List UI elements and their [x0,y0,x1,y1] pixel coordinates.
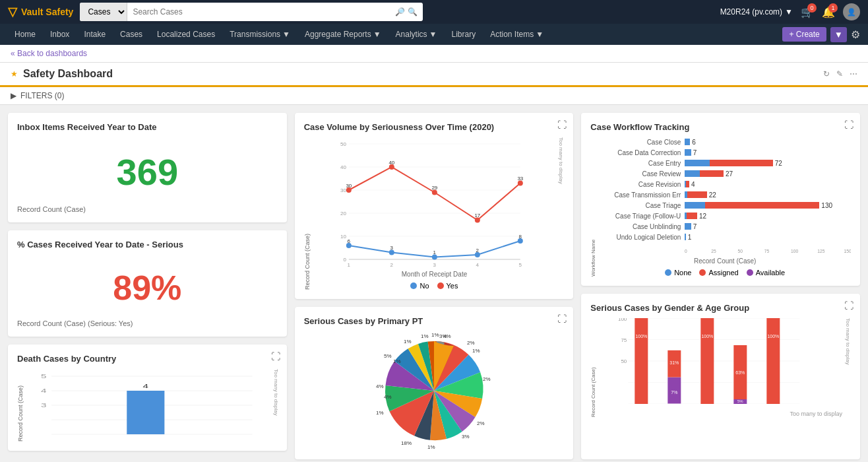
svg-text:1: 1 [347,262,350,268]
bar-label: Case Entry [599,160,685,167]
svg-text:50: 50 [621,358,627,364]
inbox-items-value: 369 [17,137,278,200]
bar-label: Case Unblinding [599,223,685,230]
chevron-down-icon: ▼ [785,7,793,16]
svg-text:1: 1 [433,249,436,255]
cv-x-axis-label: Month of Receipt Date [313,271,556,278]
legend-none: None [665,269,691,277]
bar-value-label: 72 [775,160,782,167]
svg-text:4: 4 [476,262,479,268]
svg-text:6: 6 [347,238,350,244]
bar-segment-none [685,160,709,166]
search-bar: Cases 🔎 🔍 [80,3,423,21]
chevron-down-icon: ▼ [536,30,543,39]
search-category-select[interactable]: Cases [80,3,127,21]
binoculars-icon: 🔎 [395,7,405,16]
svg-text:1%: 1% [376,410,384,416]
workflow-bar-row: Case Close6 [599,137,851,147]
breadcrumb[interactable]: « Back to dashboards [0,45,868,63]
search-icon[interactable]: 🔍 [408,7,418,16]
notifications-button[interactable]: 🔔 1 [822,6,835,18]
menu-inbox[interactable]: Inbox [44,26,76,43]
svg-text:3: 3 [433,262,436,268]
bar-segment-none [685,149,691,156]
menu-cases[interactable]: Cases [113,26,149,43]
legend-no-dot [410,282,417,289]
bar-track: 4 [685,180,851,189]
svg-text:50: 50 [738,249,743,253]
bar-segment-none [685,234,685,240]
svg-text:4: 4 [41,388,47,395]
bar-segment-assigned [686,181,689,187]
wf-legend: None Assigned Available [599,269,851,277]
wf-y-axis-label: Workflow Name [590,137,596,277]
menu-home[interactable]: Home [8,26,42,43]
expand-icon[interactable]: ⛶ [844,300,853,311]
bar-track: 72 [685,158,851,168]
bar-track: 6 [685,137,851,147]
svg-text:17: 17 [474,213,480,218]
create-button[interactable]: + Create [782,27,826,42]
pie-chart-svg: 4% 1% 2% 2% 3% 1% 18% 1% 4% 5% 1% 1% 1% … [361,331,507,450]
bar-segment-assigned [710,160,773,166]
menu-transmissions[interactable]: Transmissions ▼ [223,26,297,43]
expand-icon[interactable]: ⛶ [844,119,853,130]
svg-text:2: 2 [476,248,479,253]
user-menu[interactable]: M20R24 (pv.com) ▼ [720,7,793,16]
expand-icon[interactable]: ⛶ [557,119,567,130]
bar-value-label: 4 [691,181,695,188]
menu-localized-cases[interactable]: Localized Cases [150,26,222,43]
menu-intake[interactable]: Intake [77,26,112,43]
svg-rect-92 [767,318,780,404]
svg-text:2%: 2% [477,420,485,426]
logo-text: Vault Safety [21,7,73,17]
svg-text:2: 2 [390,262,393,268]
avatar[interactable]: 👤 [843,3,860,20]
filters-bar[interactable]: ▶ FILTERS (0) [0,87,868,105]
svg-text:5: 5 [41,374,47,380]
svg-text:0: 0 [685,249,687,253]
menu-library[interactable]: Library [445,26,483,43]
logo[interactable]: ▽ Vault Safety [8,5,73,19]
search-input[interactable] [127,3,390,21]
legend-yes: Yes [437,282,458,290]
bar-track: 7 [685,222,851,231]
user-label: M20R24 (pv.com) [720,7,782,16]
too-many-label: Too many to display [273,369,279,442]
settings-icon[interactable]: ⚙ [851,28,860,41]
inbox-items-label: Record Count (Case) [17,205,278,213]
create-split-button[interactable]: ▼ [830,27,847,42]
cart-badge: 0 [807,3,817,13]
expand-icon[interactable]: ⛶ [271,351,280,362]
case-volume-title: Case Volume by Seriousness Over Time (20… [304,122,565,132]
svg-text:1%: 1% [472,348,480,354]
chevron-down-icon: ▼ [373,30,381,39]
workflow-card: Case Workflow Tracking ⛶ Workflow Name C… [581,113,860,286]
bar-value-label: 12 [699,213,706,220]
pie-chart-container: 4% 1% 2% 2% 3% 1% 18% 1% 4% 5% 1% 1% 1% … [304,331,565,450]
bar-track: 27 [685,169,851,178]
svg-text:3%: 3% [462,434,470,440]
menu-analytics[interactable]: Analytics ▼ [389,26,444,43]
star-icon[interactable]: ★ [11,69,18,79]
menu-action-items[interactable]: Action Items ▼ [483,26,550,43]
menu-aggregate-reports[interactable]: Aggregate Reports ▼ [298,26,388,43]
cart-button[interactable]: 🛒 0 [801,6,814,18]
inbox-items-title: Inbox Items Received Year to Date [17,122,278,132]
legend-yes-dot [437,282,444,289]
page-actions: ↻ ✎ ⋯ [823,69,857,79]
svg-text:1%: 1% [427,444,435,450]
dashboard: Inbox Items Received Year to Date 369 Re… [0,105,868,462]
bar-segment-none [685,139,690,145]
death-chart-svg: 5 4 3 4 [26,369,278,442]
pct-serious-title: % Cases Received Year to Date - Serious [17,240,278,249]
refresh-icon[interactable]: ↻ [823,69,830,79]
more-options-icon[interactable]: ⋯ [850,69,857,79]
cv-legend: No Yes [313,282,556,290]
death-by-country-card: Death Cases by Country ⛶ Record Count (C… [8,345,287,451]
death-y-axis-label: Record Count (Case) [17,369,24,442]
expand-icon[interactable]: ⛶ [557,314,567,324]
bar-segment-none [685,170,700,177]
logo-icon: ▽ [8,5,17,19]
edit-icon[interactable]: ✎ [836,69,843,79]
